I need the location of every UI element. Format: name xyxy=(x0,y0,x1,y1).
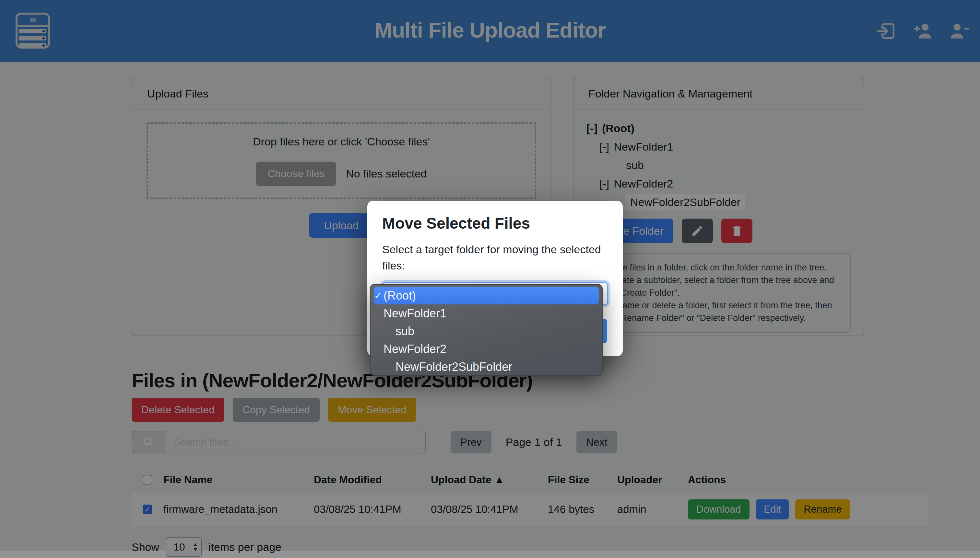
check-icon: ✓ xyxy=(374,290,384,301)
dropdown-option-root[interactable]: ✓ (Root) xyxy=(374,287,599,304)
modal-description: Select a target folder for moving the se… xyxy=(382,241,609,274)
folder-select-dropdown: ✓ (Root) NewFolder1 sub NewFolder2 NewFo… xyxy=(370,284,603,376)
modal-title: Move Selected Files xyxy=(382,214,608,232)
dropdown-option-newfolder2subfolder[interactable]: NewFolder2SubFolder xyxy=(371,358,602,376)
dropdown-option-newfolder2[interactable]: NewFolder2 xyxy=(371,340,602,358)
dropdown-option-newfolder1[interactable]: NewFolder1 xyxy=(371,304,602,322)
dropdown-option-sub[interactable]: sub xyxy=(371,322,602,340)
